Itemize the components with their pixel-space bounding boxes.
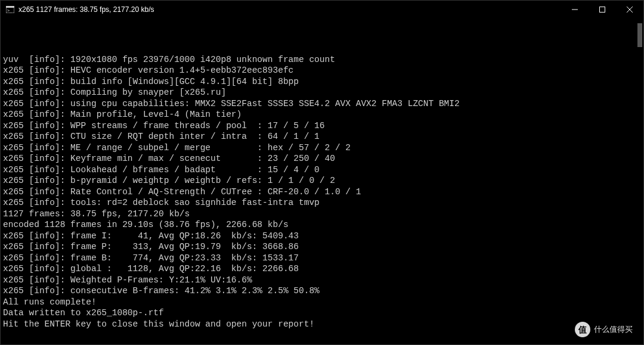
svg-rect-1 <box>6 6 14 8</box>
terminal-line: x265 [info]: Weighted P-Frames: Y:21.1% … <box>3 275 642 286</box>
window-title: x265 1127 frames: 38.75 fps, 2177.20 kb/… <box>18 5 154 14</box>
terminal-line: x265 [info]: b-pyramid / weightp / weigh… <box>3 175 642 187</box>
console-window: >_ x265 1127 frames: 38.75 fps, 2177.20 … <box>0 0 644 345</box>
terminal-line: x265 [info]: Lookahead / bframes / badap… <box>3 164 642 176</box>
app-icon: >_ <box>5 5 15 14</box>
svg-rect-4 <box>600 7 605 13</box>
terminal-line: x265 [info]: CTU size / RQT depth inter … <box>3 131 642 142</box>
terminal-line: x265 [info]: HEVC encoder version 1.4+5-… <box>3 65 642 76</box>
watermark: 值 什么值得买 <box>575 322 633 337</box>
svg-text:>_: >_ <box>7 8 13 13</box>
watermark-badge-icon: 值 <box>575 322 590 337</box>
terminal-line: x265 [info]: WPP streams / frame threads… <box>3 120 642 132</box>
terminal-line: x265 [info]: Compiling by snayper [x265.… <box>3 87 642 98</box>
terminal-line: x265 [info]: global : 1128, Avg QP:22.16… <box>3 263 642 275</box>
terminal-line: All runs complete! <box>3 297 642 308</box>
terminal-line: x265 [info]: frame I: 41, Avg QP:18.26 k… <box>3 231 642 242</box>
terminal-line: x265 [info]: build info [Windows][GCC 4.… <box>3 76 642 88</box>
terminal-line: Data written to x265_1080p-.rtf <box>3 307 642 319</box>
terminal-line: x265 [info]: ME / range / subpel / merge… <box>3 142 642 154</box>
watermark-text: 什么值得买 <box>594 324 633 335</box>
terminal-line: x265 [info]: tools: rd=2 deblock sao sig… <box>3 197 642 209</box>
titlebar[interactable]: >_ x265 1127 frames: 38.75 fps, 2177.20 … <box>1 1 643 18</box>
terminal-line: x265 [info]: Keyframe min / max / scenec… <box>3 153 642 164</box>
close-button[interactable] <box>616 1 643 18</box>
maximize-button[interactable] <box>589 1 616 18</box>
terminal-line: Hit the ENTER key to close this window a… <box>3 319 642 330</box>
terminal-line: yuv [info]: 1920x1080 fps 23976/1000 i42… <box>3 54 642 66</box>
terminal-line: x265 [info]: frame P: 313, Avg QP:19.79 … <box>3 241 642 253</box>
terminal-line: x265 [info]: using cpu capabilities: MMX… <box>3 98 642 110</box>
minimize-button[interactable] <box>561 1 589 18</box>
terminal-line: x265 [info]: Rate Control / AQ-Strength … <box>3 187 642 198</box>
window-controls <box>561 1 643 18</box>
scrollbar-thumb[interactable] <box>637 23 642 47</box>
terminal-line: x265 [info]: consecutive B-frames: 41.2%… <box>3 285 642 297</box>
terminal-line: x265 [info]: frame B: 774, Avg QP:23.33 … <box>3 253 642 264</box>
terminal-line: 1127 frames: 38.75 fps, 2177.20 kb/s <box>3 209 642 220</box>
terminal-line: encoded 1128 frames in 29.10s (38.76 fps… <box>3 219 642 231</box>
terminal-output[interactable]: yuv [info]: 1920x1080 fps 23976/1000 i42… <box>1 18 643 344</box>
terminal-line: x265 [info]: Main profile, Level-4 (Main… <box>3 109 642 120</box>
